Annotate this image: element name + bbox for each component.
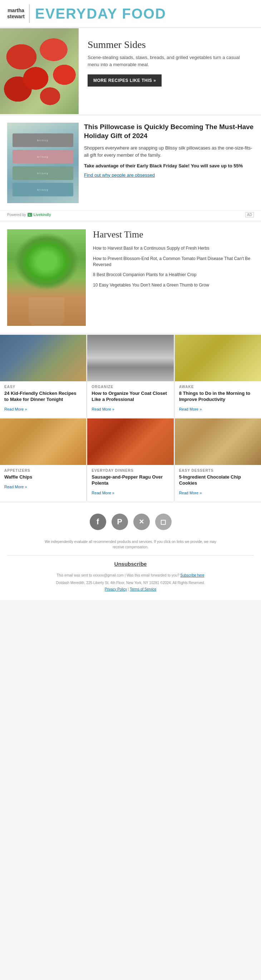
grid-item-category-chicken: EASY	[4, 385, 82, 389]
facebook-icon: f	[97, 517, 99, 527]
header: martha stewart EVERYDAY FOOD	[0, 0, 261, 27]
grid-item-category-cookies: EASY DESSERTS	[179, 469, 257, 473]
footer-divider	[7, 555, 254, 555]
blissy-boxes-container: blissy blissy blissy blissy	[7, 126, 79, 203]
harvest-image	[7, 229, 86, 326]
blissy-box-pink: blissy	[13, 150, 73, 164]
blissy-box-green: blissy	[13, 166, 73, 180]
grid-item-content-ragu: EVERYDAY DINNERS Sausage-and-Pepper Ragu…	[87, 465, 173, 501]
grid-item-content-chicken: EASY 24 Kid-Friendly Chicken Recipes to …	[0, 381, 86, 417]
grid-item-readmore-chips[interactable]: Read More »	[4, 485, 27, 489]
hero-image	[0, 28, 79, 114]
footer-address: Dotdash Meredith, 225 Liberty St. 4th Fl…	[7, 580, 254, 585]
page-title: EVERYDAY FOOD	[35, 6, 166, 22]
footer-links-row: Privacy Policy | Terms of Service	[7, 587, 254, 591]
grid-item-title-ragu: Sausage-and-Pepper Ragu Over Polenta	[92, 474, 169, 487]
blissy-box-teal: blissy	[13, 183, 73, 196]
hero-content: Summer Sides Scene-stealing salads, slaw…	[79, 28, 261, 114]
twitter-x-icon: ✕	[139, 518, 144, 526]
grid-item-cookies: EASY DESSERTS 5-Ingredient Chocolate Chi…	[175, 418, 261, 501]
grid-item-title-morning: 8 Things to Do in the Morning to Improve…	[179, 391, 257, 403]
grid-item-readmore-closet[interactable]: Read More »	[92, 407, 115, 411]
logo-line2: stewart	[7, 14, 25, 20]
hero-title: Summer Sides	[88, 39, 252, 51]
grid-item-category-morning: AWAKE	[179, 385, 257, 389]
hero-section: Summer Sides Scene-stealing salads, slaw…	[0, 28, 261, 114]
grid-item-image-morning	[175, 335, 261, 381]
grid-item-title-closet: How to Organize Your Coat Closet Like a …	[92, 391, 169, 403]
ad-emphasis: Take advantage of their Early Black Frid…	[84, 163, 254, 169]
grid-item-image-cookies	[175, 418, 261, 465]
basil-leaves-visual	[14, 233, 79, 290]
pinterest-button[interactable]: P	[111, 514, 128, 530]
grid-item-image-chicken	[0, 335, 86, 381]
instagram-icon: ◻	[160, 517, 166, 526]
grid-item-content-morning: AWAKE 8 Things to Do in the Morning to I…	[175, 381, 261, 417]
harvest-link-4[interactable]: 10 Easy Vegetables You Don't Need a Gree…	[93, 282, 254, 288]
privacy-policy-link[interactable]: Privacy Policy	[105, 587, 127, 591]
logo-line1: martha	[7, 8, 25, 14]
blissy-box-gray: blissy	[13, 134, 73, 147]
footer-email-info: This email was sent to xxxxxx@gmail.com …	[7, 572, 254, 578]
email-info-prefix: This email was sent to xxxxxx@gmail.com …	[56, 573, 179, 577]
ad-badge: AD	[245, 212, 254, 218]
ad-find-out-link[interactable]: Find out why people are obsessed	[84, 172, 254, 178]
facebook-button[interactable]: f	[90, 514, 106, 530]
ad-image: blissy blissy blissy blissy	[7, 123, 79, 203]
grid-item-title-chips: Waffle Chips	[4, 474, 82, 480]
hero-description: Scene-stealing salads, slaws, breads, an…	[88, 54, 252, 68]
harvest-link-1[interactable]: How to Harvest Basil for a Continuous Su…	[93, 245, 254, 251]
ad-footer-row: Powered by L Livekindly AD	[0, 210, 261, 220]
footer: f P ✕ ◻ We independently evaluate all re…	[0, 503, 261, 600]
grid-item-readmore-chicken[interactable]: Read More »	[4, 407, 27, 411]
grid-item-readmore-morning[interactable]: Read More »	[179, 407, 202, 411]
subscribe-here-link[interactable]: Subscribe here	[180, 573, 204, 577]
basil-pot-visual	[29, 297, 64, 326]
harvest-content: Harvest Time How to Harvest Basil for a …	[93, 229, 254, 326]
footer-disclaimer: We independently evaluate all recommende…	[41, 539, 220, 550]
grid-item-content-cookies: EASY DESSERTS 5-Ingredient Chocolate Chi…	[175, 465, 261, 501]
social-icons-row: f P ✕ ◻	[7, 514, 254, 530]
grid-item-readmore-cookies[interactable]: Read More »	[179, 491, 202, 495]
pinterest-icon: P	[117, 517, 122, 527]
grid-item-image-chips	[0, 418, 86, 465]
grid-item-category-chips: APPETIZERS	[4, 469, 82, 473]
grid-row-1: EASY 24 Kid-Friendly Chicken Recipes to …	[0, 335, 261, 417]
grid-item-title-cookies: 5-Ingredient Chocolate Chip Cookies	[179, 474, 257, 487]
grid-item-readmore-ragu[interactable]: Read More »	[92, 491, 115, 495]
grid-item-image-closet	[87, 335, 173, 381]
grid-item-chips: APPETIZERS Waffle Chips Read More »	[0, 418, 86, 501]
grid-item-morning: AWAKE 8 Things to Do in the Morning to I…	[175, 335, 261, 417]
ad-description: Shoppers everywhere are snapping up Blis…	[84, 145, 254, 158]
grid-item-content-closet: ORGANIZE How to Organize Your Coat Close…	[87, 381, 173, 417]
grid-item-title-chicken: 24 Kid-Friendly Chicken Recipes to Make …	[4, 391, 82, 403]
ad-section: blissy blissy blissy blissy This Pillowc…	[0, 115, 261, 210]
martha-stewart-logo: martha stewart	[7, 8, 25, 20]
grid-item-category-ragu: EVERYDAY DINNERS	[92, 469, 169, 473]
header-divider	[29, 4, 30, 23]
ad-content: This Pillowcase is Quickly Becoming The …	[84, 123, 254, 178]
ad-title: This Pillowcase is Quickly Becoming The …	[84, 123, 254, 140]
grid-item-closet: ORGANIZE How to Organize Your Coat Close…	[87, 335, 173, 417]
powered-by-text: Powered by L Livekindly	[7, 213, 51, 217]
grid-item-category-closet: ORGANIZE	[92, 385, 169, 389]
unsubscribe-link[interactable]: Unsubscribe	[7, 561, 254, 567]
twitter-button[interactable]: ✕	[134, 514, 150, 530]
harvest-section: Harvest Time How to Harvest Basil for a …	[0, 222, 261, 333]
grid-item-image-ragu	[87, 418, 173, 465]
harvest-title: Harvest Time	[93, 229, 254, 240]
grid-row-2: APPETIZERS Waffle Chips Read More » EVER…	[0, 418, 261, 501]
grid-item-content-chips: APPETIZERS Waffle Chips Read More »	[0, 465, 86, 495]
harvest-link-2[interactable]: How to Prevent Blossom-End Rot, a Common…	[93, 256, 254, 268]
grid-item-chicken: EASY 24 Kid-Friendly Chicken Recipes to …	[0, 335, 86, 417]
instagram-button[interactable]: ◻	[155, 514, 172, 530]
grid-item-ragu: EVERYDAY DINNERS Sausage-and-Pepper Ragu…	[87, 418, 173, 501]
terms-of-service-link[interactable]: Terms of Service	[130, 587, 156, 591]
livekindly-icon: L	[27, 213, 32, 217]
harvest-link-3[interactable]: 8 Best Broccoli Companion Plants for a H…	[93, 272, 254, 278]
more-recipes-button[interactable]: MORE RECIPES LIKE THIS »	[88, 75, 162, 87]
